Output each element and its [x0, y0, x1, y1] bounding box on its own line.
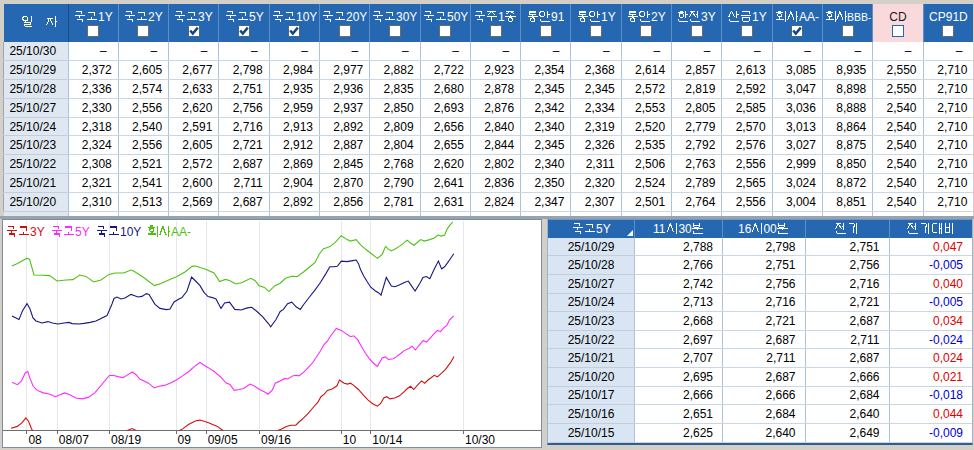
svg-text:30: 30	[678, 222, 692, 235]
svg-text:10Y: 10Y	[120, 225, 141, 238]
svg-text:5Y: 5Y	[596, 222, 611, 235]
svg-text:16: 16	[738, 222, 752, 235]
svg-text:00: 00	[764, 222, 778, 235]
svg-text:3Y: 3Y	[30, 225, 45, 238]
svg-text:5Y: 5Y	[75, 225, 90, 238]
svg-text:AA-: AA-	[171, 225, 191, 238]
svg-text:11: 11	[653, 222, 666, 235]
